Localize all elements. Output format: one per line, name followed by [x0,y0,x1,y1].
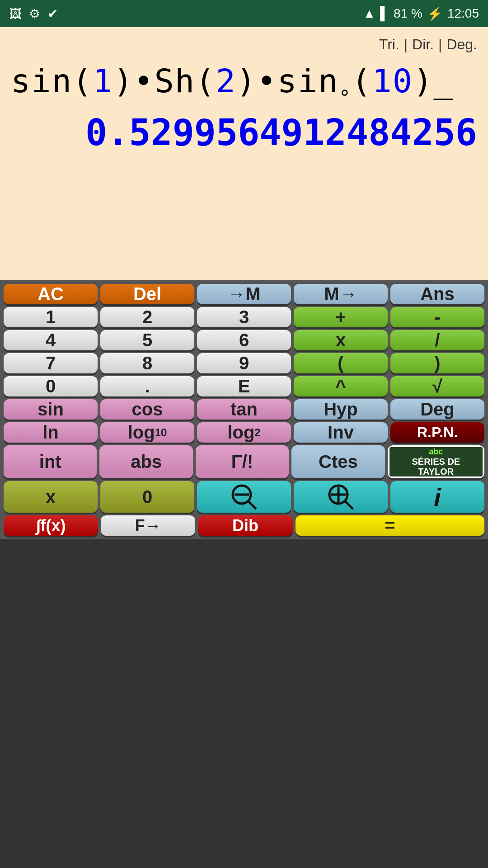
key-dot[interactable]: . [100,376,194,396]
store-m-button[interactable]: →M [197,284,291,304]
display-tabs[interactable]: Tri. | Dir. | Deg. [11,36,477,53]
tab-sep1: | [404,36,408,53]
signal-icon: ▌ [380,6,389,21]
key-info[interactable]: i [390,481,484,513]
battery-text: 81 % [394,6,422,21]
key-4[interactable]: 4 [4,330,98,350]
key-close-paren[interactable]: ) [390,353,484,373]
key-farrow[interactable]: F→ [101,515,195,536]
key-3[interactable]: 3 [197,307,291,327]
wifi-icon: ▲ [363,6,376,21]
key-abs[interactable]: abs [99,445,192,478]
key-gamma[interactable]: Γ/! [196,445,289,478]
key-int[interactable]: int [4,445,97,478]
svg-line-6 [345,501,353,509]
key-row-3: 4 5 6 x / [4,330,484,350]
key-7[interactable]: 7 [4,353,98,373]
key-2[interactable]: 2 [100,307,194,327]
key-0[interactable]: 0 [4,376,98,396]
ans-button[interactable]: Ans [390,284,484,304]
key-8[interactable]: 8 [100,353,194,373]
key-row-7: ln log10 log2 Inv R.P.N. [4,422,484,443]
display-area: Tri. | Dir. | Deg. sin(1)•Sh(2)•sin∘(10)… [0,27,488,280]
settings-icon: ⚙ [29,6,40,21]
keypad: AC Del →M M→ Ans 1 2 3 + - 4 5 6 x / 7 8… [0,280,488,539]
key-row-6: sin cos tan Hyp Deg [4,399,484,420]
key-cos[interactable]: cos [100,399,194,420]
del-button[interactable]: Del [100,284,194,304]
key-row-10: ∫f(x) F→ Dib = [4,515,484,536]
status-info: ▲ ▌ 81 % ⚡ 12:05 [363,6,479,21]
series-label: abc SÉRIES DETAYLOR [389,447,483,476]
key-multiply[interactable]: x [294,330,388,350]
tab-tri[interactable]: Tri. [379,36,399,53]
key-hyp[interactable]: Hyp [294,399,388,420]
expression-input: sin(1)•Sh(2)•sin∘(10)_ [11,62,477,107]
key-row-2: 1 2 3 + - [4,307,484,327]
key-row-5: 0 . E ^ √ [4,376,484,396]
time-text: 12:05 [447,6,479,21]
status-bar: 🖼 ⚙ ✔ ▲ ▌ 81 % ⚡ 12:05 [0,0,488,27]
key-ln[interactable]: ln [4,422,98,443]
status-icons: 🖼 ⚙ ✔ [9,6,58,21]
key-rpn[interactable]: R.P.N. [390,422,484,443]
display-result: 0.5299564912484256 [11,112,477,154]
key-equals[interactable]: = [296,515,484,536]
key-log10[interactable]: log10 [100,422,194,443]
key-row-1: AC Del →M M→ Ans [4,284,484,304]
key-deg[interactable]: Deg [390,399,484,420]
key-tan[interactable]: tan [197,399,291,420]
tab-sep2: | [438,36,442,53]
key-open-paren[interactable]: ( [294,353,388,373]
key-plus[interactable]: + [294,307,388,327]
tab-dir[interactable]: Dir. [412,36,434,53]
key-power[interactable]: ^ [294,376,388,396]
key-ctes[interactable]: Ctes [291,445,385,478]
key-fx[interactable]: ∫f(x) [4,515,98,536]
key-0-olive[interactable]: 0 [100,481,194,513]
tab-deg[interactable]: Deg. [446,36,477,53]
key-sqrt[interactable]: √ [390,376,484,396]
gallery-icon: 🖼 [9,6,22,21]
key-row-8: int abs Γ/! Ctes abc SÉRIES DETAYLOR [4,445,484,478]
key-zoom-out[interactable] [197,481,291,513]
key-minus[interactable]: - [390,307,484,327]
key-series[interactable]: abc SÉRIES DETAYLOR [388,445,484,478]
key-9[interactable]: 9 [197,353,291,373]
battery-icon: ⚡ [427,6,443,21]
key-6[interactable]: 6 [197,330,291,350]
key-e[interactable]: E [197,376,291,396]
key-row-4: 7 8 9 ( ) [4,353,484,373]
check-icon: ✔ [47,6,58,21]
key-x-var[interactable]: x [4,481,98,513]
key-inv[interactable]: Inv [294,422,388,443]
key-row-9: x 0 i [4,481,484,513]
key-zoom-in[interactable] [294,481,388,513]
ac-button[interactable]: AC [4,284,98,304]
key-divide[interactable]: / [390,330,484,350]
recall-m-button[interactable]: M→ [294,284,388,304]
key-dib[interactable]: Dib [198,515,292,536]
svg-line-2 [248,501,256,509]
key-sin[interactable]: sin [4,399,98,420]
key-log2[interactable]: log2 [197,422,291,443]
key-5[interactable]: 5 [100,330,194,350]
key-1[interactable]: 1 [4,307,98,327]
